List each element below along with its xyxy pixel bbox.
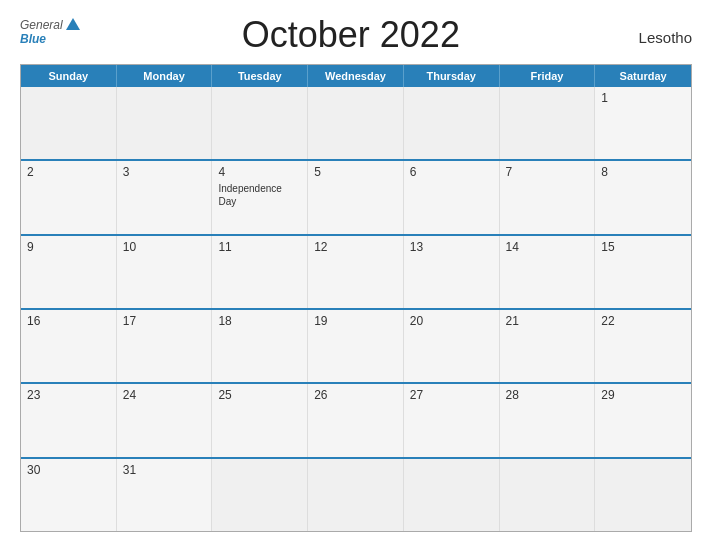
day-number: 6: [410, 165, 493, 179]
calendar-week-row: 3031: [21, 457, 691, 531]
day-number: 13: [410, 240, 493, 254]
calendar-cell: 25: [212, 384, 308, 456]
calendar-header-day: Sunday: [21, 65, 117, 87]
calendar-cell: [212, 87, 308, 159]
calendar-header-day: Friday: [500, 65, 596, 87]
page: General Blue October 2022 Lesotho Sunday…: [0, 0, 712, 550]
calendar-cell: 20: [404, 310, 500, 382]
logo-blue-text: Blue: [20, 32, 46, 46]
calendar-cell: 26: [308, 384, 404, 456]
country-label: Lesotho: [622, 29, 692, 46]
header: General Blue October 2022 Lesotho: [20, 18, 692, 56]
day-number: 18: [218, 314, 301, 328]
logo: General Blue: [20, 18, 80, 46]
calendar-header-day: Thursday: [404, 65, 500, 87]
calendar-cell: [308, 87, 404, 159]
calendar-cell: 2: [21, 161, 117, 233]
calendar-cell: 6: [404, 161, 500, 233]
calendar-cell: 7: [500, 161, 596, 233]
calendar-cell: 1: [595, 87, 691, 159]
calendar-week-row: 16171819202122: [21, 308, 691, 382]
calendar-header-day: Monday: [117, 65, 213, 87]
calendar-cell: 9: [21, 236, 117, 308]
day-number: 23: [27, 388, 110, 402]
calendar-header-day: Saturday: [595, 65, 691, 87]
calendar-header-day: Wednesday: [308, 65, 404, 87]
day-number: 24: [123, 388, 206, 402]
calendar-cell: 23: [21, 384, 117, 456]
day-number: 10: [123, 240, 206, 254]
calendar-body: 1234Independence Day56789101112131415161…: [21, 87, 691, 531]
day-number: 25: [218, 388, 301, 402]
calendar-week-row: 234Independence Day5678: [21, 159, 691, 233]
calendar-cell: 5: [308, 161, 404, 233]
calendar-cell: 3: [117, 161, 213, 233]
calendar-cell: [404, 459, 500, 531]
calendar-cell: 22: [595, 310, 691, 382]
day-number: 19: [314, 314, 397, 328]
day-number: 14: [506, 240, 589, 254]
day-number: 29: [601, 388, 685, 402]
calendar-cell: [212, 459, 308, 531]
calendar-cell: 11: [212, 236, 308, 308]
day-number: 31: [123, 463, 206, 477]
calendar-cell: [500, 459, 596, 531]
calendar-cell: 14: [500, 236, 596, 308]
day-number: 16: [27, 314, 110, 328]
calendar-cell: 12: [308, 236, 404, 308]
logo-triangle-icon: [66, 18, 80, 30]
calendar-cell: [595, 459, 691, 531]
calendar-cell: 27: [404, 384, 500, 456]
calendar-cell: 13: [404, 236, 500, 308]
calendar-cell: 24: [117, 384, 213, 456]
day-number: 3: [123, 165, 206, 179]
calendar-cell: 10: [117, 236, 213, 308]
day-number: 30: [27, 463, 110, 477]
calendar-week-row: 23242526272829: [21, 382, 691, 456]
calendar-cell: [117, 87, 213, 159]
day-number: 2: [27, 165, 110, 179]
day-number: 11: [218, 240, 301, 254]
calendar-cell: 16: [21, 310, 117, 382]
calendar-cell: [404, 87, 500, 159]
day-number: 12: [314, 240, 397, 254]
day-number: 21: [506, 314, 589, 328]
calendar-cell: 8: [595, 161, 691, 233]
calendar-cell: [21, 87, 117, 159]
day-number: 26: [314, 388, 397, 402]
calendar: SundayMondayTuesdayWednesdayThursdayFrid…: [20, 64, 692, 532]
calendar-cell: 30: [21, 459, 117, 531]
calendar-week-row: 1: [21, 87, 691, 159]
calendar-title: October 2022: [80, 14, 622, 56]
calendar-cell: 15: [595, 236, 691, 308]
day-number: 7: [506, 165, 589, 179]
calendar-cell: [308, 459, 404, 531]
day-number: 27: [410, 388, 493, 402]
calendar-cell: 4Independence Day: [212, 161, 308, 233]
calendar-header-day: Tuesday: [212, 65, 308, 87]
calendar-cell: 29: [595, 384, 691, 456]
day-number: 28: [506, 388, 589, 402]
day-number: 15: [601, 240, 685, 254]
day-number: 22: [601, 314, 685, 328]
day-number: 5: [314, 165, 397, 179]
calendar-header-row: SundayMondayTuesdayWednesdayThursdayFrid…: [21, 65, 691, 87]
calendar-cell: 18: [212, 310, 308, 382]
logo-general-text: General: [20, 18, 63, 32]
day-event: Independence Day: [218, 182, 301, 208]
calendar-cell: 31: [117, 459, 213, 531]
calendar-cell: 28: [500, 384, 596, 456]
calendar-cell: 17: [117, 310, 213, 382]
day-number: 4: [218, 165, 301, 179]
day-number: 1: [601, 91, 685, 105]
calendar-cell: [500, 87, 596, 159]
calendar-week-row: 9101112131415: [21, 234, 691, 308]
calendar-cell: 21: [500, 310, 596, 382]
day-number: 8: [601, 165, 685, 179]
calendar-cell: 19: [308, 310, 404, 382]
day-number: 9: [27, 240, 110, 254]
day-number: 17: [123, 314, 206, 328]
day-number: 20: [410, 314, 493, 328]
